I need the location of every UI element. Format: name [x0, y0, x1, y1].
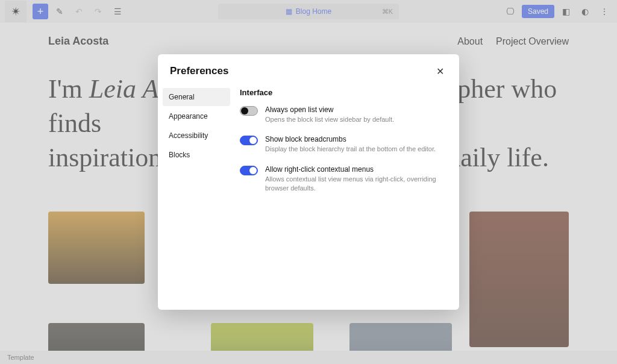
toggle-allow-right-click-menus[interactable]	[240, 166, 258, 175]
modal-tabs: General Appearance Accessibility Blocks	[158, 83, 235, 310]
tab-general[interactable]: General	[163, 88, 230, 106]
close-icon: ✕	[436, 66, 444, 77]
section-title: Interface	[240, 88, 447, 97]
pref-always-open-list-view: Always open list view Opens the block li…	[240, 105, 447, 124]
tab-blocks[interactable]: Blocks	[163, 146, 230, 164]
pref-desc: Display the block hierarchy trail at the…	[265, 145, 436, 154]
tab-accessibility[interactable]: Accessibility	[163, 127, 230, 145]
close-button[interactable]: ✕	[433, 64, 447, 78]
pref-allow-right-click-menus: Allow right-click contextual menus Allow…	[240, 165, 447, 193]
modal-content: Interface Always open list view Opens th…	[235, 83, 459, 310]
modal-body: General Appearance Accessibility Blocks …	[158, 83, 459, 310]
modal-title: Preferences	[170, 65, 228, 77]
tab-appearance[interactable]: Appearance	[163, 107, 230, 125]
pref-label: Always open list view	[265, 105, 394, 114]
pref-show-block-breadcrumbs: Show block breadcrumbs Display the block…	[240, 135, 447, 154]
toggle-always-open-list-view[interactable]	[240, 106, 258, 116]
preferences-modal: Preferences ✕ General Appearance Accessi…	[158, 54, 459, 310]
modal-header: Preferences ✕	[158, 54, 459, 83]
pref-label: Allow right-click contextual menus	[265, 165, 447, 174]
pref-desc: Opens the block list view sidebar by def…	[265, 115, 394, 124]
pref-label: Show block breadcrumbs	[265, 135, 436, 143]
toggle-show-block-breadcrumbs[interactable]	[240, 136, 258, 145]
pref-desc: Allows contextual list view menus via ri…	[265, 175, 447, 193]
